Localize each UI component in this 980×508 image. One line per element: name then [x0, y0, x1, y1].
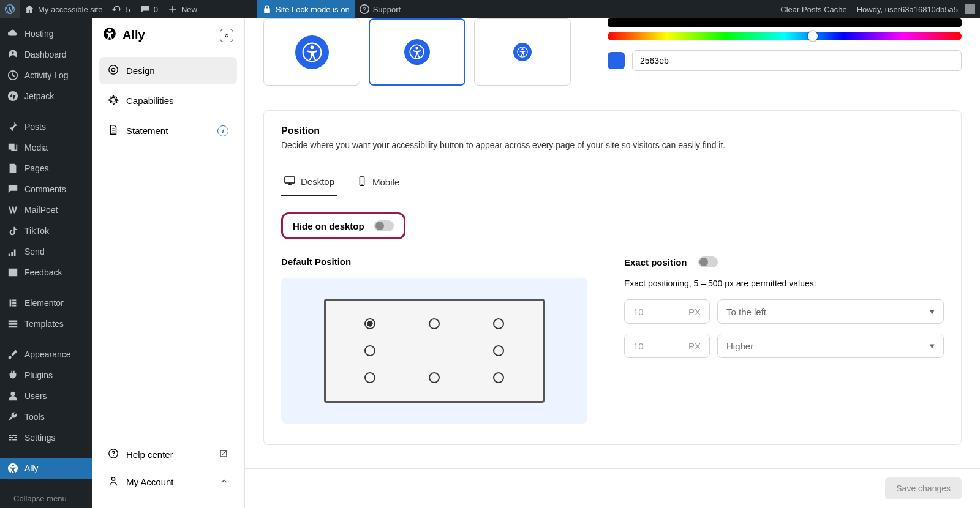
color-preview — [608, 18, 962, 27]
person-icon — [108, 476, 119, 488]
collapse-menu[interactable]: Collapse menu — [0, 489, 92, 508]
vertical-direction-select[interactable]: Higher▾ — [717, 334, 944, 358]
hue-thumb[interactable] — [808, 31, 818, 41]
svg-point-16 — [310, 45, 314, 49]
svg-point-14 — [111, 477, 115, 480]
pos-bottom-center[interactable] — [429, 372, 440, 383]
menu-hosting[interactable]: Hosting — [0, 23, 92, 44]
clear-cache[interactable]: Clear Posts Cache — [775, 0, 851, 18]
icon-card-large[interactable] — [263, 18, 360, 86]
menu-comments[interactable]: Comments — [0, 179, 92, 200]
tab-mobile[interactable]: Mobile — [354, 168, 402, 196]
svg-point-4 — [10, 392, 15, 396]
hide-toggle[interactable] — [374, 220, 394, 231]
wrench-icon — [7, 411, 18, 422]
svg-point-18 — [416, 47, 419, 50]
dashboard-icon — [7, 49, 18, 60]
help-icon — [108, 448, 119, 461]
icon-card-medium[interactable] — [369, 18, 466, 86]
svg-point-20 — [521, 48, 523, 50]
menu-ally[interactable]: Ally — [0, 458, 92, 479]
hue-slider[interactable] — [608, 32, 962, 40]
blank-item[interactable] — [202, 0, 257, 18]
site-lock[interactable]: Site Lock mode is on — [257, 0, 355, 18]
ally-nav-statement[interactable]: Statementi — [99, 117, 237, 144]
menu-mailpoet[interactable]: MailPoet — [0, 200, 92, 220]
brush-icon — [7, 349, 18, 360]
exact-toggle[interactable] — [698, 256, 718, 267]
menu-settings[interactable]: Settings — [0, 427, 92, 448]
default-position-title: Default Position — [281, 256, 587, 267]
menu-tools[interactable]: Tools — [0, 406, 92, 427]
tab-desktop[interactable]: Desktop — [281, 168, 337, 196]
page-icon — [7, 163, 18, 174]
site-name: My accessible site — [38, 5, 102, 14]
menu-elementor[interactable]: Elementor — [0, 293, 92, 313]
ally-nav-design[interactable]: Design — [99, 57, 237, 84]
pos-mid-right[interactable] — [493, 345, 504, 356]
vertical-px-input[interactable]: 10PX — [624, 334, 710, 358]
ally-logo-icon — [103, 27, 116, 43]
tiktok-icon — [7, 225, 18, 236]
document-icon — [108, 124, 119, 137]
svg-point-6 — [12, 465, 14, 467]
support-label: Support — [373, 5, 401, 14]
menu-appearance[interactable]: Appearance — [0, 344, 92, 365]
info-icon[interactable]: i — [217, 125, 228, 136]
external-icon — [219, 449, 228, 460]
toggle-knob — [375, 222, 384, 230]
new-link[interactable]: New — [163, 0, 202, 18]
wp-sidebar: Hosting Dashboard Activity Log Jetpack P… — [0, 18, 92, 508]
help-center-link[interactable]: Help center — [99, 441, 237, 468]
clear-cache-label: Clear Posts Cache — [780, 5, 846, 14]
updates-count: 5 — [126, 5, 130, 14]
color-swatch[interactable] — [608, 52, 625, 69]
media-icon — [7, 142, 18, 153]
color-hex-input[interactable] — [632, 50, 962, 71]
support-link[interactable]: ?Support — [355, 0, 406, 18]
menu-media[interactable]: Media — [0, 137, 92, 158]
toggle-knob — [699, 258, 708, 266]
chevron-up-icon — [220, 477, 228, 487]
menu-jetpack[interactable]: Jetpack — [0, 86, 92, 106]
ally-collapse-button[interactable]: « — [220, 29, 233, 42]
menu-feedback[interactable]: Feedback — [0, 262, 92, 283]
my-account-link[interactable]: My Account — [99, 468, 237, 496]
menu-pages[interactable]: Pages — [0, 158, 92, 179]
avatar — [965, 4, 975, 14]
position-title: Position — [281, 125, 944, 136]
menu-plugins[interactable]: Plugins — [0, 365, 92, 386]
menu-tiktok[interactable]: TikTok — [0, 220, 92, 241]
menu-dashboard[interactable]: Dashboard — [0, 44, 92, 65]
howdy[interactable]: Howdy, user63a16810db5a5 — [852, 0, 980, 18]
site-name-link[interactable]: My accessible site — [20, 0, 107, 18]
pos-top-left[interactable] — [364, 318, 375, 329]
comments-link[interactable]: 0 — [135, 0, 163, 18]
menu-users[interactable]: Users — [0, 386, 92, 406]
pos-bottom-right[interactable] — [493, 372, 504, 383]
updates-link[interactable]: 5 — [107, 0, 135, 18]
icon-size-cards — [263, 18, 571, 86]
eye-icon — [108, 64, 119, 77]
send-icon — [7, 246, 18, 257]
pos-mid-left[interactable] — [364, 345, 375, 356]
horizontal-px-input[interactable]: 10PX — [624, 299, 710, 324]
horizontal-direction-select[interactable]: To the left▾ — [717, 299, 944, 324]
save-button[interactable]: Save changes — [885, 477, 962, 499]
pos-top-right[interactable] — [493, 318, 504, 329]
menu-activity[interactable]: Activity Log — [0, 65, 92, 86]
menu-posts[interactable]: Posts — [0, 116, 92, 137]
icon-card-small[interactable] — [474, 18, 571, 86]
menu-send[interactable]: Send — [0, 241, 92, 262]
ally-sidebar: Ally « Design Capabilities Statementi He… — [92, 18, 245, 508]
pos-top-center[interactable] — [429, 318, 440, 329]
clock-icon — [7, 70, 18, 81]
ally-icon — [7, 463, 18, 474]
hide-label: Hide on desktop — [293, 221, 364, 231]
pos-bottom-left[interactable] — [364, 372, 375, 383]
ally-nav-capabilities[interactable]: Capabilities — [99, 87, 237, 114]
help-icon: ? — [360, 4, 369, 14]
menu-templates[interactable]: Templates — [0, 313, 92, 334]
elementor-icon — [7, 297, 18, 308]
wp-logo[interactable] — [0, 0, 20, 18]
